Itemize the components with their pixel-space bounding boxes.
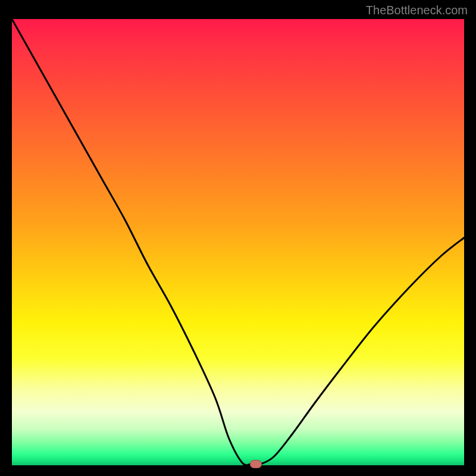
curve-layer [12,19,464,465]
bottleneck-curve [12,19,464,465]
plot-area [12,19,464,465]
attribution-text: TheBottleneck.com [366,4,468,17]
optimum-marker [250,460,262,468]
chart-container: TheBottleneck.com [0,0,476,476]
